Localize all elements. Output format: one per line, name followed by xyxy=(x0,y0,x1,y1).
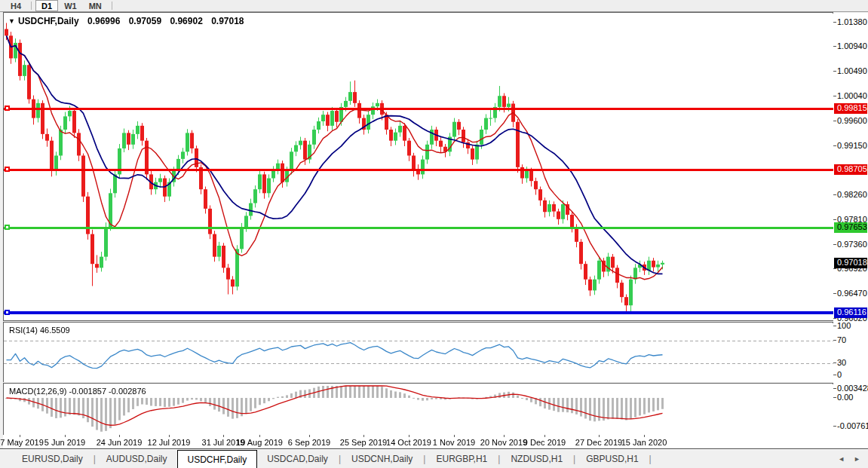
price-tick: 0.97360 xyxy=(837,240,867,249)
price-tick: 1.00940 xyxy=(837,41,867,50)
chart-tab-gbpusd[interactable]: GBPUSD,H1 xyxy=(576,449,648,468)
price-tick: 1.00490 xyxy=(837,66,867,75)
quote-open: 0.96996 xyxy=(87,16,120,26)
time-axis-tick xyxy=(65,435,66,437)
hline-handle[interactable] xyxy=(5,225,10,230)
rsi-axis-tick: 100 xyxy=(837,321,851,330)
quote-high: 0.97059 xyxy=(129,16,161,26)
main-chart-pane: ▼USDCHF,Daily 0.96996 0.97059 0.96902 0.… xyxy=(3,12,833,321)
chart-tabs: EURUSD,Daily|AUDUSD,DailyUSDCHF,DailyUSD… xyxy=(0,448,868,468)
price-axis[interactable]: 1.013801.009401.004901.000400.996000.991… xyxy=(833,13,868,448)
price-tick: 0.99150 xyxy=(837,141,867,150)
time-axis-label: 25 Sep 2019 xyxy=(340,438,387,447)
time-axis-label: 12 Jul 2019 xyxy=(148,438,191,447)
time-axis-tick xyxy=(20,435,20,437)
price-line-badge: 0.99815 xyxy=(834,103,867,114)
price-line-badge: 0.98705 xyxy=(834,164,867,175)
symbol-dropdown-icon: ▼ xyxy=(8,17,15,25)
macd-axis-tick: 0.003428 xyxy=(837,384,868,393)
time-axis-label: 14 Oct 2019 xyxy=(386,438,431,447)
chart-tab-eurgbp[interactable]: EURGBP,H1 xyxy=(426,449,497,468)
tabs-scroll-right-icon[interactable]: ► xyxy=(854,454,860,463)
chart-tab-audusd[interactable]: AUDUSD,Daily xyxy=(97,449,177,468)
price-line-badge: 0.97653 xyxy=(834,222,867,233)
time-axis-tick xyxy=(409,435,409,437)
time-axis-label: 6 Sep 2019 xyxy=(288,438,330,447)
price-tick: 0.98260 xyxy=(837,190,867,199)
price-line-badge: 0.97018 xyxy=(834,258,867,268)
main-chart-canvas[interactable] xyxy=(4,14,833,320)
timeframe-button-mn[interactable]: MN xyxy=(83,0,108,11)
chart-title: ▼USDCHF,Daily 0.96996 0.97059 0.96902 0.… xyxy=(8,16,244,26)
price-tick: 0.99600 xyxy=(837,116,867,125)
time-axis-label: 17 May 2019 xyxy=(0,438,44,447)
tabs-scroll-left-icon[interactable]: ◄ xyxy=(838,454,845,463)
time-axis-tick xyxy=(599,435,600,437)
time-axis-tick xyxy=(504,435,505,437)
time-axis-tick xyxy=(454,435,455,437)
macd-axis-tick: -0.007615 xyxy=(837,421,868,430)
chart-tab-usdcnh[interactable]: USDCNH,Daily xyxy=(342,449,422,468)
price-line-badge: 0.96116 xyxy=(834,307,867,318)
quote-close: 0.97018 xyxy=(211,16,244,26)
tab-scroll-arrows: ◄ ► xyxy=(838,454,860,463)
rsi-pane: RSI(14) 46.5509 xyxy=(3,322,833,382)
price-tick: 1.00040 xyxy=(837,91,867,100)
rsi-label: RSI(14) 46.5509 xyxy=(9,326,70,335)
time-axis[interactable]: 17 May 20195 Jun 201924 Jun 201912 Jul 2… xyxy=(3,435,833,448)
time-axis-tick xyxy=(644,435,645,437)
time-axis-label: 27 Dec 2019 xyxy=(575,438,622,447)
hline-handle[interactable] xyxy=(5,310,10,315)
time-axis-tick xyxy=(223,435,224,437)
quote-low: 0.96902 xyxy=(170,16,202,26)
timeframe-toolbar: H4D1W1MN xyxy=(0,0,868,12)
tab-separator: | xyxy=(649,449,652,468)
rsi-canvas[interactable] xyxy=(4,323,833,382)
macd-label: MACD(12,26,9) -0.001857 -0.002876 xyxy=(9,387,146,396)
rsi-axis-tick: 30 xyxy=(837,358,846,367)
time-axis-tick xyxy=(259,435,260,437)
time-axis-label: 19 Aug 2019 xyxy=(236,438,283,447)
macd-pane: MACD(12,26,9) -0.001857 -0.002876 xyxy=(3,383,833,436)
rsi-axis-tick: 70 xyxy=(837,335,846,344)
time-axis-tick xyxy=(363,435,364,437)
price-tick: 1.01380 xyxy=(837,17,867,26)
macd-axis-tick: 0.00 xyxy=(837,393,853,402)
mt4-window: H4D1W1MN ▼USDCHF,Daily 0.96996 0.97059 0… xyxy=(0,0,868,468)
time-axis-label: 9 Dec 2019 xyxy=(523,438,566,447)
hline-handle[interactable] xyxy=(5,167,10,172)
time-axis-tick xyxy=(544,435,545,437)
timeframe-button-h4[interactable]: H4 xyxy=(5,0,27,11)
hline-handle[interactable] xyxy=(5,106,10,111)
toolbar-separator xyxy=(31,2,32,10)
chart-tab-eurusd[interactable]: EURUSD,Daily xyxy=(12,449,93,468)
toolbar-separator xyxy=(112,2,112,10)
time-axis-label: 15 Jan 2020 xyxy=(621,438,667,447)
chart-tab-usdcad[interactable]: USDCAD,Daily xyxy=(257,449,338,468)
timeframe-button-d1[interactable]: D1 xyxy=(35,0,58,11)
time-axis-label: 1 Nov 2019 xyxy=(433,438,475,447)
chart-tab-usdchf[interactable]: USDCHF,Daily xyxy=(177,450,258,468)
time-axis-label: 20 Nov 2019 xyxy=(480,438,527,447)
price-tick: 0.96470 xyxy=(837,289,867,298)
timeframe-button-w1[interactable]: W1 xyxy=(58,0,83,11)
chart-symbol-label: USDCHF,Daily xyxy=(18,16,79,26)
time-axis-label: 5 Jun 2019 xyxy=(44,438,85,447)
chart-tab-nzdusd[interactable]: NZDUSD,H1 xyxy=(501,449,572,468)
time-axis-tick xyxy=(119,435,120,437)
time-axis-tick xyxy=(169,435,170,437)
rsi-axis-tick: 0 xyxy=(837,370,842,379)
time-axis-tick xyxy=(309,435,310,437)
time-axis-label: 24 Jun 2019 xyxy=(97,438,143,447)
